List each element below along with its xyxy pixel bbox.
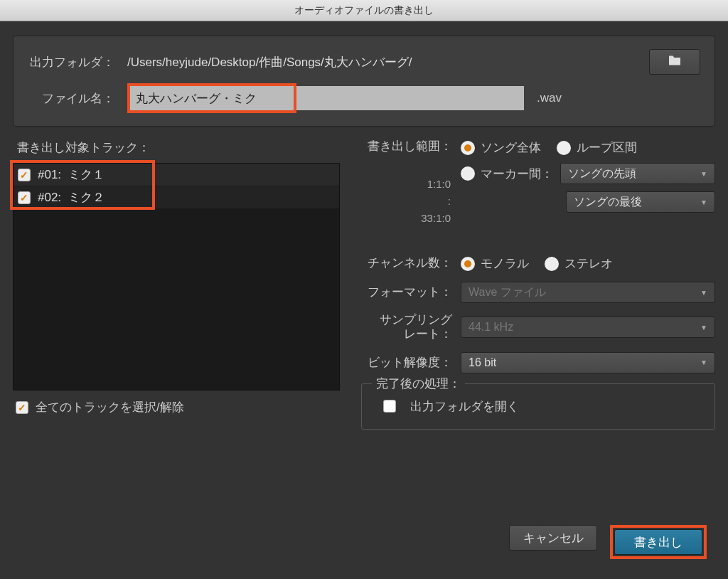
format-value: Wave ファイル: [469, 285, 546, 300]
range-label: 書き出し範囲：: [361, 139, 461, 154]
window-title: オーディオファイルの書き出し: [294, 4, 434, 17]
output-panel: 出力フォルダ： /Users/heyjude/Desktop/作曲/Songs/…: [13, 36, 715, 127]
radio-loop-label: ループ区間: [577, 139, 637, 156]
samplerate-value: 44.1 kHz: [469, 321, 513, 334]
bitdepth-value: 16 bit: [469, 356, 496, 369]
radio-stereo-label: ステレオ: [564, 255, 613, 272]
track-row[interactable]: #02: ミク２: [14, 186, 339, 209]
marker-to-value: ソングの最後: [574, 195, 642, 210]
marker-from-value: ソングの先頭: [568, 166, 636, 181]
chevron-down-icon: ▼: [700, 324, 707, 331]
open-folder-label: 出力フォルダを開く: [410, 398, 519, 415]
samplerate-dropdown[interactable]: 44.1 kHz ▼: [461, 317, 715, 338]
track-checkbox[interactable]: [18, 169, 31, 181]
filename-input-ext[interactable]: [296, 86, 524, 110]
select-all-label: 全てのトラックを選択/解除: [36, 399, 184, 415]
dialog-content: 出力フォルダ： /Users/heyjude/Desktop/作曲/Songs/…: [0, 21, 728, 430]
track-row[interactable]: #01: ミク１: [14, 164, 339, 186]
window-titlebar: オーディオファイルの書き出し: [0, 0, 728, 21]
radio-stereo[interactable]: [545, 257, 559, 271]
format-dropdown[interactable]: Wave ファイル ▼: [461, 282, 715, 303]
dialog-buttons: キャンセル 書き出し: [509, 525, 707, 559]
radio-song-all-label: ソング全体: [481, 139, 541, 156]
post-process-group: 完了後の処理： 出力フォルダを開く: [361, 383, 715, 430]
output-folder-label: 出力フォルダ：: [28, 54, 127, 70]
folder-icon: [668, 55, 682, 69]
radio-song-all[interactable]: [461, 141, 475, 155]
radio-mono[interactable]: [461, 257, 475, 271]
chevron-down-icon: ▼: [700, 198, 707, 206]
filename-highlight: [127, 83, 296, 113]
radio-marker-label: マーカー間：: [481, 166, 553, 182]
marker-to-dropdown[interactable]: ソングの最後 ▼: [566, 191, 715, 213]
filename-label: ファイル名：: [28, 90, 127, 107]
track-id: #01:: [38, 168, 61, 182]
cancel-button[interactable]: キャンセル: [509, 525, 597, 551]
marker-from-dropdown[interactable]: ソングの先頭 ▼: [560, 163, 715, 184]
samplerate-label: サンプリング レート：: [361, 313, 461, 342]
select-all-checkbox[interactable]: [16, 401, 28, 414]
radio-loop[interactable]: [557, 141, 571, 155]
tracks-label: 書き出し対象トラック：: [17, 139, 340, 156]
track-list[interactable]: #01: ミク１ #02: ミク２: [13, 163, 340, 391]
format-label: フォーマット：: [361, 285, 461, 299]
export-button[interactable]: 書き出し: [614, 529, 702, 555]
output-folder-path: /Users/heyjude/Desktop/作曲/Songs/丸大ハンバーグ/: [127, 54, 649, 70]
radio-marker[interactable]: [461, 166, 475, 181]
post-process-legend: 完了後の処理：: [372, 376, 465, 392]
track-name: ミク１: [68, 166, 105, 183]
browse-folder-button[interactable]: [649, 49, 700, 75]
bitdepth-dropdown[interactable]: 16 bit ▼: [461, 352, 715, 373]
track-id: #02:: [38, 191, 61, 205]
radio-mono-label: モノラル: [481, 255, 529, 272]
filename-input[interactable]: [130, 86, 294, 110]
bitdepth-label: ビット解像度：: [361, 356, 461, 370]
file-extension: .wav: [537, 91, 562, 105]
chevron-down-icon: ▼: [700, 170, 707, 178]
track-name: ミク２: [68, 189, 105, 206]
channels-label: チャンネル数：: [361, 256, 461, 270]
open-folder-checkbox[interactable]: [383, 400, 396, 413]
track-checkbox[interactable]: [18, 191, 31, 204]
chevron-down-icon: ▼: [700, 358, 707, 366]
export-highlight: 書き出し: [610, 525, 707, 559]
select-all-row[interactable]: 全てのトラックを選択/解除: [16, 399, 340, 415]
chevron-down-icon: ▼: [700, 289, 707, 297]
